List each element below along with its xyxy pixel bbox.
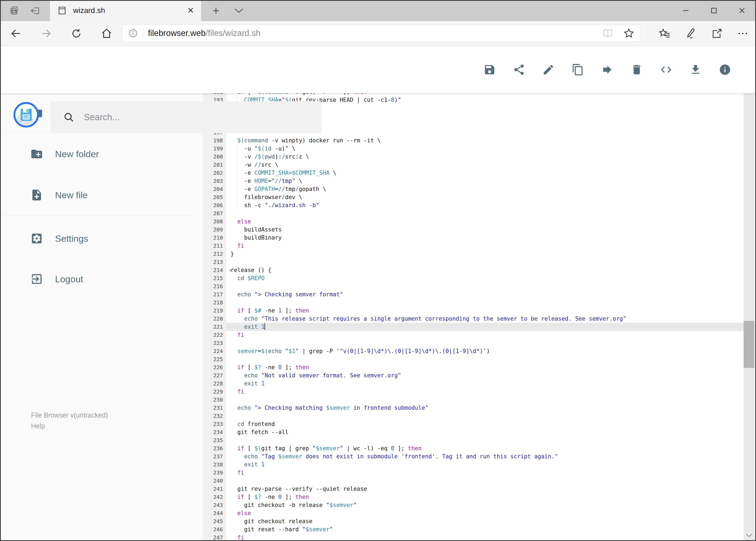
code-line[interactable]: 214▾release () { <box>203 266 744 274</box>
code-line[interactable]: 247 fi <box>203 533 744 541</box>
home-button[interactable] <box>95 21 119 46</box>
code-line[interactable]: 198 $(command -v winpty) docker run --rm… <box>203 136 744 145</box>
tabs-set-aside-icon[interactable] <box>9 5 20 16</box>
tab-preview-chevron-icon[interactable] <box>229 0 248 21</box>
code-line[interactable]: 232 <box>203 412 744 420</box>
code-line[interactable]: 227 echo "Not valid semver format. See s… <box>203 371 744 379</box>
back-button[interactable] <box>4 21 28 46</box>
scroll-down-icon[interactable] <box>744 530 754 540</box>
restore-tabs-icon[interactable] <box>29 5 41 16</box>
share-file-button[interactable] <box>513 64 525 76</box>
sidebar-item-new-file[interactable]: New file <box>0 180 194 210</box>
code-line[interactable]: 201 -w //src \ <box>203 161 744 169</box>
source-code-button[interactable] <box>660 64 672 76</box>
code-line[interactable]: 205 filebrowser/dev \ <box>203 193 744 201</box>
reading-view-icon[interactable] <box>602 28 614 38</box>
delete-button[interactable] <box>630 64 643 76</box>
url-text[interactable]: filebrowser.web/files/wizard.sh <box>148 28 602 38</box>
code-line[interactable]: 215 cd $REPO <box>203 274 744 282</box>
code-line[interactable]: 202 -e COMMIT_SHA=$COMMIT_SHA \ <box>203 169 744 177</box>
code-line[interactable]: 233 cd frontend <box>203 420 744 428</box>
code-line[interactable]: 210 buildBinary <box>203 234 744 242</box>
file-browser-logo[interactable] <box>13 102 39 128</box>
favorite-star-icon[interactable] <box>623 28 634 39</box>
site-info-icon[interactable] <box>128 28 138 38</box>
copy-button[interactable] <box>572 64 584 76</box>
move-button[interactable] <box>601 64 614 76</box>
more-ellipsis-icon[interactable] <box>737 28 749 39</box>
code-line[interactable]: 223 <box>203 339 744 347</box>
annotate-pen-icon[interactable] <box>685 28 697 39</box>
code-line[interactable]: 212} <box>203 250 744 258</box>
new-tab-button[interactable]: + <box>206 0 225 21</box>
code-line[interactable]: 241 git rev-parse --verify --quiet relea… <box>203 485 744 493</box>
code-line[interactable]: 200 -v /$(pwd):/src:z \ <box>203 153 744 161</box>
download-button[interactable] <box>689 64 702 76</box>
titlebar[interactable]: wizard.sh ✕ + <box>0 0 756 21</box>
code-editor[interactable]: 192 if [ "$(command -v git)" != "" ]; th… <box>203 93 744 541</box>
code-line[interactable]: 246 git reset --hard "$semver" <box>203 525 744 533</box>
code-line[interactable]: 243 git checkout -b release "$semver" <box>203 501 744 509</box>
code-line[interactable]: 208 else <box>203 218 744 226</box>
sidebar-item-label: Logout <box>55 274 83 284</box>
tab-close-icon[interactable]: ✕ <box>187 6 194 15</box>
code-line[interactable]: 245 git checkout release <box>203 517 744 525</box>
code-line[interactable]: 199 -u "$(id -u)" \ <box>203 145 744 153</box>
search-input[interactable]: Search... <box>51 101 322 133</box>
code-line[interactable]: 234 git fetch --all <box>203 428 744 436</box>
code-line[interactable]: 235 <box>203 436 744 444</box>
line-number: 213 <box>203 258 226 266</box>
code-line[interactable]: 231 echo "> Checking matching $semver in… <box>203 404 744 412</box>
maximize-button[interactable] <box>700 0 728 21</box>
hub-favorites-icon[interactable] <box>658 28 671 39</box>
code-line[interactable]: 216 <box>203 282 744 290</box>
code-line[interactable]: 219 if [ $# -ne 1 ]; then <box>203 306 744 315</box>
code-line[interactable]: 207 <box>203 209 744 218</box>
code-line[interactable]: 203 -e HOME="//tmp" \ <box>203 177 744 185</box>
code-line[interactable]: 236 if [ $(git tag | grep "$semver" | wc… <box>203 444 744 452</box>
code-line[interactable]: 229 fi <box>203 387 744 396</box>
code-line[interactable]: 228 exit 1 <box>203 379 744 387</box>
code-line[interactable]: 220 echo "This release script requires a… <box>203 315 744 323</box>
scrollbar[interactable] <box>744 49 754 540</box>
line-number: 236 <box>203 444 226 452</box>
browser-tab[interactable]: wizard.sh ✕ <box>50 0 201 21</box>
info-button[interactable] <box>719 64 731 76</box>
code-line[interactable]: 240 <box>203 477 744 485</box>
sidebar-item-settings[interactable]: Settings <box>0 224 194 254</box>
code-line[interactable]: 192 if [ "$(command -v git)" != "" ]; th… <box>203 93 744 96</box>
code-line[interactable]: 222 fi <box>203 331 744 339</box>
code-line[interactable]: 238 exit 1 <box>203 460 744 469</box>
code-line[interactable]: 218 <box>203 298 744 306</box>
forward-button[interactable] <box>34 21 58 46</box>
save-button[interactable] <box>483 64 496 76</box>
code-line[interactable]: 211 fi <box>203 242 744 250</box>
code-line[interactable]: 224 semver=$(echo "$1" | grep -P '^v(0|[… <box>203 347 744 355</box>
code-line[interactable]: 204 -e GOPATH=//tmp/gopath \ <box>203 185 744 193</box>
code-line[interactable]: 213 <box>203 258 744 266</box>
refresh-button[interactable] <box>64 21 89 46</box>
fold-marker-icon[interactable]: ▾ <box>229 266 231 274</box>
close-window-button[interactable] <box>728 0 756 21</box>
line-number: 243 <box>203 501 226 509</box>
scrollbar-thumb[interactable] <box>744 321 754 368</box>
sidebar-item-logout[interactable]: Logout <box>0 264 194 294</box>
code-line[interactable]: 242 if [ $? -ne 0 ]; then <box>203 493 744 501</box>
rename-button[interactable] <box>542 64 555 76</box>
code-line[interactable]: 244 else <box>203 509 744 517</box>
code-line[interactable]: 239 fi <box>203 469 744 477</box>
code-line[interactable]: 221 exit 1 <box>203 323 744 331</box>
code-line[interactable]: 209 buildAssets <box>203 226 744 234</box>
code-line[interactable]: 230 <box>203 396 744 404</box>
sidebar-item-new-folder[interactable]: New folder <box>0 139 194 169</box>
url-domain: filebrowser.web <box>148 28 206 38</box>
code-line[interactable]: 206 sh -c "./wizard.sh -b" <box>203 201 744 209</box>
code-line[interactable]: 237 echo "Tag $semver does not exist in … <box>203 452 744 460</box>
share-icon[interactable] <box>711 28 722 39</box>
url-field[interactable]: filebrowser.web/files/wizard.sh <box>122 25 640 42</box>
code-line[interactable]: 225 <box>203 355 744 363</box>
code-line[interactable]: 217 echo "> Checking semver format" <box>203 290 744 298</box>
minimize-button[interactable] <box>672 0 700 21</box>
code-line[interactable]: 226 if [ $? -ne 0 ]; then <box>203 363 744 371</box>
help-link[interactable]: Help <box>31 420 108 431</box>
